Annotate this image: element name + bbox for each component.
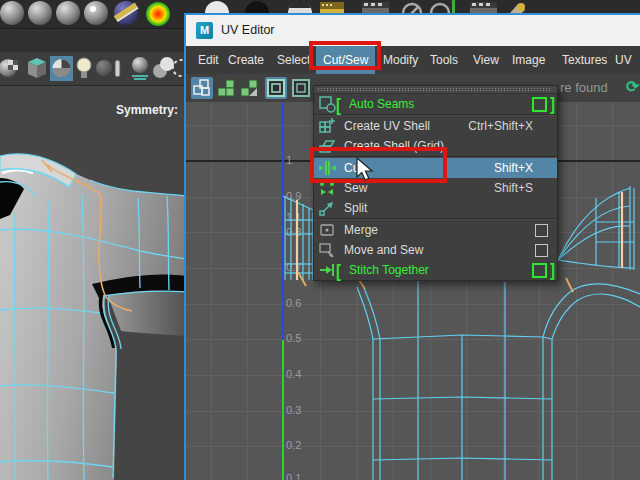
symmetry-label: Symmetry: [116,103,178,117]
shell-squares-icon[interactable] [215,77,237,99]
menu-edit[interactable]: Edit [198,46,219,74]
uv-editor-menubar: Edit Create Select Cut/Sew Modify Tools … [186,46,640,74]
panel-gap [0,28,186,53]
screen: Symmetry: [0,0,640,480]
mouse-cursor [356,157,374,183]
menu-image[interactable]: Image [512,46,545,74]
title-bar[interactable]: M UV Editor [186,15,640,47]
maya-logo-icon: M [196,22,213,39]
menu-select[interactable]: Select [277,46,310,74]
sleeve-front [108,290,186,336]
shadow-sphere-icon[interactable] [96,60,112,76]
uv-layout-squares-icon[interactable] [191,77,213,99]
move-and-sew-icon [318,241,336,259]
option-box[interactable] [532,263,547,278]
grid-border-active-icon[interactable] [265,77,287,99]
viewport-3d[interactable]: Symmetry: [0,86,186,480]
menu-create[interactable]: Create [228,46,264,74]
textured-cube-icon[interactable] [28,58,46,78]
menu-tearoff-handle[interactable] [314,86,557,94]
textured-sphere-icon[interactable] [0,59,18,77]
rainbow-sphere-icon[interactable] [146,2,170,26]
menu-view[interactable]: View [473,46,499,74]
menu-modify[interactable]: Modify [383,46,418,74]
option-box[interactable] [532,97,547,112]
viewport-3d-mesh[interactable] [0,120,186,480]
menu-item-merge[interactable]: Merge [314,220,557,240]
split-icon [318,199,336,217]
refresh-icon[interactable]: ⟳ [626,77,639,96]
menu-item-auto-seams[interactable]: [ Auto Seams ] [314,94,557,114]
window-title: UV Editor [221,23,275,37]
shortcut: Ctrl+Shift+X [468,119,533,133]
option-box[interactable] [535,224,548,237]
cut-sew-menu: [ Auto Seams ] Create UV Shell Ctrl+Shif… [313,85,558,281]
shortcut: Shift+S [494,181,533,195]
menu-tools[interactable]: Tools [430,46,458,74]
menu-item-split[interactable]: Split [314,198,557,218]
merge-icon [318,221,336,239]
lightbulb-icon[interactable] [77,58,91,78]
spheres-pair-icon[interactable] [153,57,174,78]
menu-uv-sets[interactable]: UV Se [615,46,640,74]
material-sphere-icon[interactable] [0,1,108,25]
option-box[interactable] [535,244,548,257]
sphere-wireframe-icon[interactable] [132,57,148,79]
stitch-together-icon [318,261,336,279]
banded-sphere-icon[interactable] [114,1,139,25]
viewport-toolbar [0,52,186,86]
shortcut: Shift+X [494,161,533,175]
menu-item-stitch-together[interactable]: [ Stitch Together ] [314,260,557,280]
checker-sphere-active-icon[interactable] [50,56,73,81]
menu-textures[interactable]: Textures [562,46,607,74]
menu-item-move-and-sew[interactable]: Move and Sew [314,240,557,260]
auto-seams-icon [318,95,336,113]
create-uv-shell-icon [318,117,336,135]
separator-capsule-icon[interactable] [115,60,120,77]
shell-squares-partial-icon[interactable] [238,77,260,99]
menu-item-create-uv-shell[interactable]: Create UV Shell Ctrl+Shift+X [314,116,557,136]
highlight-box-cut [310,147,447,183]
grid-border-icon[interactable] [290,77,312,99]
status-message: re found [560,80,608,95]
highlight-box-cut-sew [309,41,381,70]
